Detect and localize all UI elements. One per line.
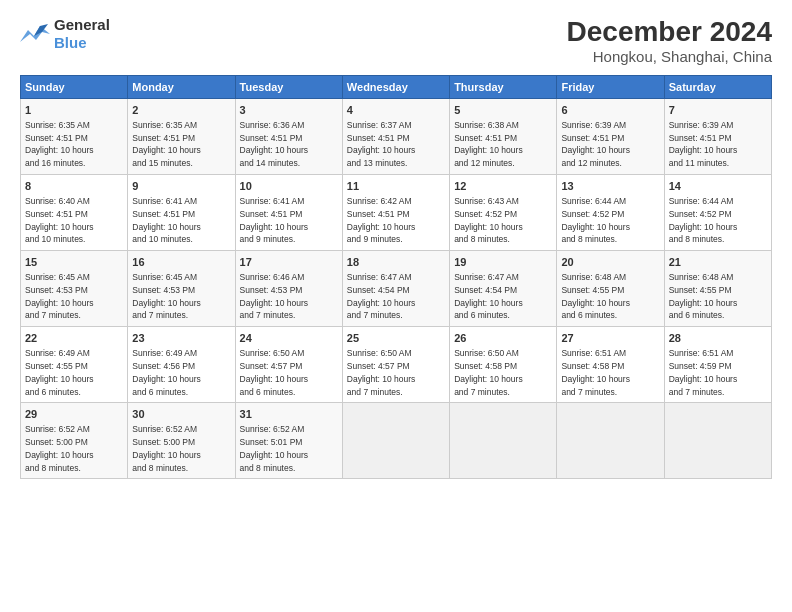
day-number: 30 — [132, 407, 230, 422]
day-info: Daylight: 10 hours — [347, 374, 416, 384]
day-info: Sunset: 4:51 PM — [454, 133, 517, 143]
day-info: and 8 minutes. — [132, 463, 188, 473]
day-info: Sunrise: 6:51 AM — [561, 348, 626, 358]
day-info: Daylight: 10 hours — [25, 450, 94, 460]
day-info: Sunset: 4:51 PM — [669, 133, 732, 143]
day-info: Sunset: 4:56 PM — [132, 361, 195, 371]
day-info: Sunrise: 6:52 AM — [240, 424, 305, 434]
logo-text: General Blue — [54, 16, 110, 52]
day-info: and 7 minutes. — [347, 387, 403, 397]
day-info: Daylight: 10 hours — [454, 145, 523, 155]
day-number: 8 — [25, 179, 123, 194]
table-row: 22Sunrise: 6:49 AMSunset: 4:55 PMDayligh… — [21, 327, 128, 403]
day-info: Sunrise: 6:48 AM — [561, 272, 626, 282]
day-info: and 7 minutes. — [669, 387, 725, 397]
table-row: 15Sunrise: 6:45 AMSunset: 4:53 PMDayligh… — [21, 251, 128, 327]
day-info: Daylight: 10 hours — [132, 145, 201, 155]
table-row — [450, 403, 557, 479]
day-info: and 12 minutes. — [454, 158, 514, 168]
day-info: and 11 minutes. — [669, 158, 729, 168]
day-number: 26 — [454, 331, 552, 346]
day-info: and 6 minutes. — [454, 310, 510, 320]
day-info: Sunrise: 6:41 AM — [132, 196, 197, 206]
table-row: 25Sunrise: 6:50 AMSunset: 4:57 PMDayligh… — [342, 327, 449, 403]
day-info: Daylight: 10 hours — [132, 450, 201, 460]
col-sunday: Sunday — [21, 76, 128, 99]
day-info: Sunset: 4:55 PM — [669, 285, 732, 295]
day-number: 31 — [240, 407, 338, 422]
day-info: Daylight: 10 hours — [454, 222, 523, 232]
day-number: 28 — [669, 331, 767, 346]
day-info: Sunset: 4:58 PM — [561, 361, 624, 371]
day-info: Sunset: 4:58 PM — [454, 361, 517, 371]
table-row: 17Sunrise: 6:46 AMSunset: 4:53 PMDayligh… — [235, 251, 342, 327]
day-info: Sunrise: 6:45 AM — [25, 272, 90, 282]
table-row — [342, 403, 449, 479]
day-info: Daylight: 10 hours — [25, 145, 94, 155]
day-info: Sunset: 4:51 PM — [347, 133, 410, 143]
day-info: and 7 minutes. — [347, 310, 403, 320]
day-number: 16 — [132, 255, 230, 270]
day-info: and 8 minutes. — [25, 463, 81, 473]
table-row: 29Sunrise: 6:52 AMSunset: 5:00 PMDayligh… — [21, 403, 128, 479]
day-info: Sunrise: 6:40 AM — [25, 196, 90, 206]
day-info: Sunrise: 6:42 AM — [347, 196, 412, 206]
day-info: and 15 minutes. — [132, 158, 192, 168]
day-info: Daylight: 10 hours — [25, 222, 94, 232]
day-info: Daylight: 10 hours — [561, 222, 630, 232]
calendar-subtitle: Hongkou, Shanghai, China — [567, 48, 772, 65]
day-number: 7 — [669, 103, 767, 118]
day-number: 23 — [132, 331, 230, 346]
day-number: 15 — [25, 255, 123, 270]
table-row: 24Sunrise: 6:50 AMSunset: 4:57 PMDayligh… — [235, 327, 342, 403]
day-info: Daylight: 10 hours — [669, 145, 738, 155]
table-row — [664, 403, 771, 479]
day-info: Sunset: 4:52 PM — [561, 209, 624, 219]
day-info: Daylight: 10 hours — [454, 298, 523, 308]
day-info: Sunset: 4:55 PM — [561, 285, 624, 295]
day-info: Daylight: 10 hours — [561, 145, 630, 155]
table-row: 7Sunrise: 6:39 AMSunset: 4:51 PMDaylight… — [664, 99, 771, 175]
day-info: Sunrise: 6:35 AM — [132, 120, 197, 130]
col-monday: Monday — [128, 76, 235, 99]
table-row: 13Sunrise: 6:44 AMSunset: 4:52 PMDayligh… — [557, 175, 664, 251]
day-info: and 8 minutes. — [561, 234, 617, 244]
day-info: Sunrise: 6:37 AM — [347, 120, 412, 130]
day-info: Sunrise: 6:41 AM — [240, 196, 305, 206]
day-info: Sunset: 4:55 PM — [25, 361, 88, 371]
day-info: Sunset: 4:52 PM — [454, 209, 517, 219]
day-info: Sunset: 4:51 PM — [240, 133, 303, 143]
day-info: Daylight: 10 hours — [240, 450, 309, 460]
day-number: 11 — [347, 179, 445, 194]
day-number: 3 — [240, 103, 338, 118]
day-number: 12 — [454, 179, 552, 194]
day-info: Sunset: 4:54 PM — [347, 285, 410, 295]
day-info: and 7 minutes. — [561, 387, 617, 397]
table-row: 18Sunrise: 6:47 AMSunset: 4:54 PMDayligh… — [342, 251, 449, 327]
day-info: Sunrise: 6:44 AM — [669, 196, 734, 206]
day-info: Daylight: 10 hours — [132, 298, 201, 308]
day-info: Sunset: 5:00 PM — [25, 437, 88, 447]
day-info: and 6 minutes. — [240, 387, 296, 397]
day-number: 9 — [132, 179, 230, 194]
day-info: Sunrise: 6:39 AM — [561, 120, 626, 130]
day-info: Daylight: 10 hours — [454, 374, 523, 384]
table-row: 11Sunrise: 6:42 AMSunset: 4:51 PMDayligh… — [342, 175, 449, 251]
table-row: 8Sunrise: 6:40 AMSunset: 4:51 PMDaylight… — [21, 175, 128, 251]
day-info: Sunrise: 6:38 AM — [454, 120, 519, 130]
day-info: Daylight: 10 hours — [25, 374, 94, 384]
day-info: Daylight: 10 hours — [240, 298, 309, 308]
day-number: 18 — [347, 255, 445, 270]
day-info: Sunset: 4:57 PM — [347, 361, 410, 371]
day-info: Sunrise: 6:49 AM — [25, 348, 90, 358]
table-row: 27Sunrise: 6:51 AMSunset: 4:58 PMDayligh… — [557, 327, 664, 403]
table-row: 31Sunrise: 6:52 AMSunset: 5:01 PMDayligh… — [235, 403, 342, 479]
col-tuesday: Tuesday — [235, 76, 342, 99]
day-info: Sunset: 4:57 PM — [240, 361, 303, 371]
day-info: Sunset: 4:52 PM — [669, 209, 732, 219]
day-number: 13 — [561, 179, 659, 194]
table-row: 16Sunrise: 6:45 AMSunset: 4:53 PMDayligh… — [128, 251, 235, 327]
day-number: 24 — [240, 331, 338, 346]
day-info: and 7 minutes. — [132, 310, 188, 320]
table-row — [557, 403, 664, 479]
